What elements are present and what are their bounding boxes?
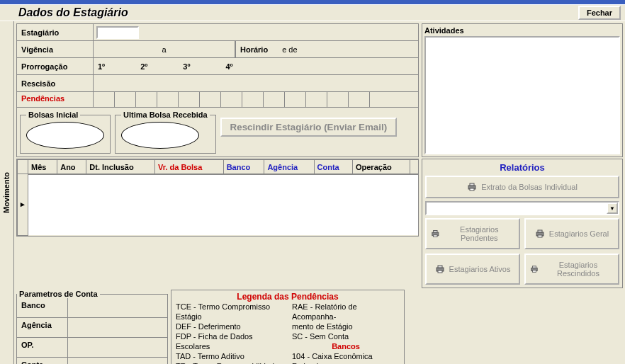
estagiario-label: Estagiário <box>17 24 94 40</box>
horario-separator: e de <box>282 45 297 54</box>
printer-icon <box>467 183 477 191</box>
svg-rect-8 <box>538 235 542 237</box>
printer-icon <box>435 265 445 273</box>
svg-rect-13 <box>532 266 536 268</box>
ativos-button[interactable]: Estagiarios Ativos <box>425 254 520 285</box>
printer-icon <box>535 229 545 238</box>
vigencia-separator: a <box>162 45 166 54</box>
legenda-bancos-title: Bancos <box>292 341 400 351</box>
close-button[interactable]: Fechar <box>578 6 621 20</box>
bolsas-grid[interactable]: Mês Ano Dt. Inclusão Vr. da Bolsa Banco … <box>16 159 419 237</box>
prorrogacao-label: Prorrogação <box>17 58 94 74</box>
ultima-bolsa-legend: Ultima Bolsa Recebida <box>121 110 210 119</box>
col-mes[interactable]: Mês <box>28 160 57 174</box>
param-banco-value <box>68 298 167 317</box>
prorrog-4: 4º <box>225 62 232 71</box>
atividades-label: Atividades <box>424 26 620 35</box>
col-spacer <box>410 160 418 174</box>
ultima-bolsa-group: Ultima Bolsa Recebida <box>115 110 216 154</box>
svg-rect-5 <box>434 235 437 237</box>
col-ano[interactable]: Ano <box>57 160 86 174</box>
param-conta-value <box>68 358 167 364</box>
svg-rect-7 <box>538 230 542 232</box>
rescindidos-label: Estagiarios Rescindidos <box>543 261 614 278</box>
rescindir-button[interactable]: Rescindir Estagiário (Enviar Email) <box>220 118 397 137</box>
prorrog-3: 3º <box>183 62 190 71</box>
pendentes-button[interactable]: Estagiarios Pendentes <box>425 218 520 249</box>
row-marker[interactable]: ▸ <box>18 174 28 236</box>
side-tab-movimento[interactable]: Movimento <box>0 21 14 364</box>
svg-rect-11 <box>438 271 442 273</box>
relatorios-title: Relatórios <box>425 162 619 173</box>
col-operacao[interactable]: Operação <box>352 160 410 174</box>
ultima-bolsa-value <box>121 122 199 149</box>
parametros-group: Parametros de Conta Banco Agência OP. Co… <box>16 290 168 364</box>
atividades-textarea[interactable] <box>424 36 620 154</box>
printer-icon <box>431 229 440 238</box>
geral-button[interactable]: Estagiarios Geral <box>524 218 619 249</box>
printer-icon <box>530 265 539 273</box>
legenda-col-left: TCE - Termo Compromisso Estágio DEF - De… <box>176 302 283 364</box>
param-op-label: OP. <box>17 338 68 357</box>
param-conta-label: Conta <box>17 358 68 364</box>
col-banco[interactable]: Banco <box>223 160 264 174</box>
side-tab-label: Movimento <box>3 172 11 213</box>
bolsa-inicial-legend: Bolsas Inicial <box>26 110 80 119</box>
legenda-title: Legenda das Pendências <box>176 292 400 302</box>
pendentes-label: Estagiarios Pendentes <box>444 225 514 242</box>
svg-rect-4 <box>434 230 437 232</box>
svg-rect-1 <box>470 183 474 186</box>
rescindidos-button[interactable]: Estagiarios Rescindidos <box>524 254 619 285</box>
legenda-col-right: RAE - Relatório de Acompanha- mento de E… <box>292 302 400 364</box>
param-agencia-label: Agência <box>17 318 68 337</box>
relatorios-combo[interactable]: ▼ <box>425 201 619 215</box>
horario-label: Horário <box>240 45 268 54</box>
estagiario-input[interactable] <box>96 26 139 39</box>
chevron-down-icon[interactable]: ▼ <box>607 203 618 214</box>
bolsa-inicial-value <box>26 122 104 149</box>
col-agencia[interactable]: Agência <box>264 160 314 174</box>
parametros-legend: Parametros de Conta <box>17 290 100 298</box>
svg-rect-10 <box>438 266 442 268</box>
param-banco-label: Banco <box>17 298 68 317</box>
extrato-label: Extrato da Bolsas Individual <box>481 183 578 191</box>
param-agencia-value <box>68 318 167 337</box>
prorrog-1: 1º <box>98 62 105 71</box>
row-marker-header <box>18 160 28 174</box>
pendencias-boxes <box>94 92 418 107</box>
svg-rect-2 <box>470 188 474 190</box>
bolsa-inicial-group: Bolsas Inicial <box>20 110 111 154</box>
vigencia-label: Vigência <box>17 41 94 57</box>
pendencias-label: Pendências <box>17 92 94 107</box>
svg-rect-14 <box>532 271 536 273</box>
col-dt-inclusao[interactable]: Dt. Inclusão <box>86 160 155 174</box>
col-conta[interactable]: Conta <box>314 160 352 174</box>
param-op-value <box>68 338 167 357</box>
geral-label: Estagiarios Geral <box>549 229 609 238</box>
rescisao-label: Rescisão <box>17 75 94 91</box>
prorrog-2: 2º <box>140 62 147 71</box>
page-title: Dados do Estagiário <box>18 6 578 19</box>
extrato-button[interactable]: Extrato da Bolsas Individual <box>425 176 619 198</box>
col-vr-bolsa[interactable]: Vr. da Bolsa <box>154 160 223 174</box>
ativos-label: Estagiarios Ativos <box>449 265 511 273</box>
legenda-group: Legenda das Pendências TCE - Termo Compr… <box>171 290 405 364</box>
